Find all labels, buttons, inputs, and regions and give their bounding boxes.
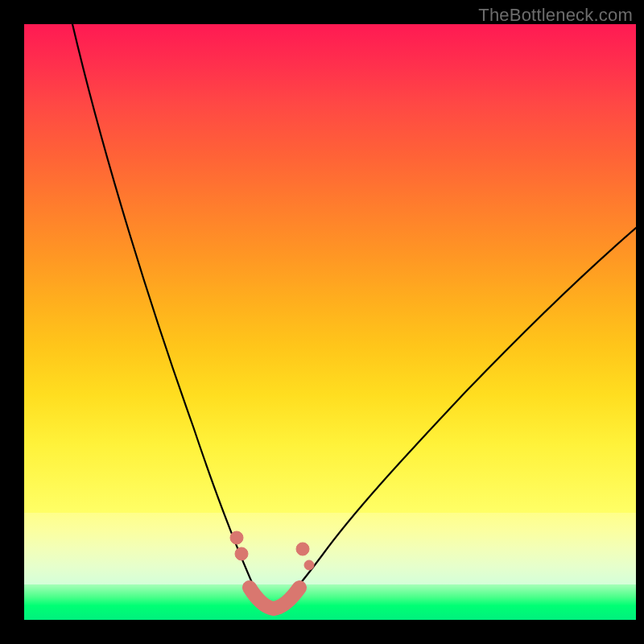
bottleneck-curve-svg (24, 24, 636, 620)
marker (304, 560, 314, 570)
valley-highlight (250, 588, 299, 609)
chart-frame: TheBottleneck.com (0, 0, 644, 644)
marker (235, 547, 248, 560)
marker (296, 543, 309, 555)
plot-area (24, 24, 636, 620)
curve-left (72, 24, 270, 609)
curve-right (270, 228, 636, 609)
watermark-text: TheBottleneck.com (478, 5, 633, 26)
curve-markers (230, 531, 314, 570)
marker (230, 531, 243, 544)
